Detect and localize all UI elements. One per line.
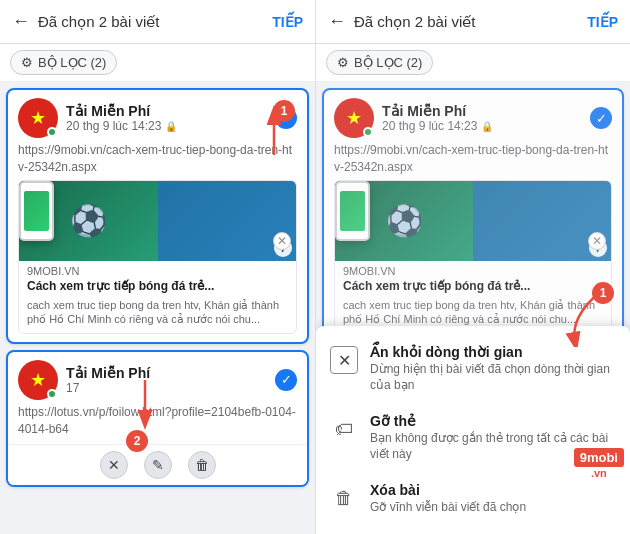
post-action-edit[interactable]: ✎: [144, 451, 172, 479]
filter-label: BỘ LỌC (2): [38, 55, 106, 70]
dropdown-item-hide-icon: ✕: [330, 346, 358, 374]
post-action-close[interactable]: ✕: [100, 451, 128, 479]
post-url-2: https://lotus.vn/p/foilow.html?profile=2…: [8, 404, 307, 442]
post-author-1: Tải Miễn Phí: [66, 103, 267, 119]
right-filter-icon: ⚙: [337, 55, 349, 70]
preview-domain-1: 9MOBI.VN: [19, 261, 296, 279]
right-check-circle-1[interactable]: ✓: [590, 107, 612, 129]
filter-icon: ⚙: [21, 55, 33, 70]
post-action-delete[interactable]: 🗑: [188, 451, 216, 479]
avatar-wrap-1: [18, 98, 58, 138]
avatar-wrap-2: [18, 360, 58, 400]
post-header-1: Tải Miễn Phí 20 thg 9 lúc 14:23 🔒 ✓: [8, 90, 307, 142]
post-actions-bar: ✕ ✎ 🗑: [8, 444, 307, 485]
phone-graphic: [19, 181, 54, 241]
dropdown-item-delete-desc: Gỡ vĩnh viễn bài viết đã chọn: [370, 500, 616, 516]
post-card-2[interactable]: Tải Miễn Phí 17 ✓ https://lotus.vn/p/foi…: [6, 350, 309, 488]
dropdown-item-hide-title: Ẩn khỏi dòng thời gian: [370, 344, 616, 360]
lock-icon-1: 🔒: [165, 121, 177, 132]
post-meta-2: Tải Miễn Phí 17: [66, 365, 267, 395]
dropdown-item-delete-title: Xóa bài: [370, 482, 616, 498]
online-indicator-2: [47, 389, 57, 399]
right-header: ← Đã chọn 2 bài viết TIẾP: [316, 0, 630, 44]
post-time-2: 17: [66, 381, 267, 395]
dropdown-item-untag-icon: 🏷: [330, 415, 358, 443]
phone-screen: [24, 191, 49, 231]
right-avatar-wrap-1: [334, 98, 374, 138]
preview-image-1: ⚽ i: [19, 181, 296, 261]
post-meta-1: Tải Miễn Phí 20 thg 9 lúc 14:23 🔒: [66, 103, 267, 133]
check-circle-2[interactable]: ✓: [275, 369, 297, 391]
next-button[interactable]: TIẾP: [272, 14, 303, 30]
close-preview-1[interactable]: ✕: [273, 232, 291, 250]
left-panel: ← Đã chọn 2 bài viết TIẾP ⚙ BỘ LỌC (2) T…: [0, 0, 315, 534]
dropdown-item-delete[interactable]: 🗑 Xóa bài Gỡ vĩnh viễn bài viết đã chọn: [316, 472, 630, 526]
dropdown-item-untag-desc: Bạn không được gắn thẻ trong tất cả các …: [370, 431, 616, 462]
right-filter-label: BỘ LỌC (2): [354, 55, 422, 70]
right-filter-button[interactable]: ⚙ BỘ LỌC (2): [326, 50, 433, 75]
right-post-preview-1: ⚽ i 9MOBI.VN Cách xem trực tiếp bóng đá …: [334, 180, 612, 334]
right-page-title: Đã chọn 2 bài viết: [354, 13, 475, 31]
header-left: ← Đã chọn 2 bài viết: [12, 11, 159, 32]
right-post-author-1: Tải Miễn Phí: [382, 103, 582, 119]
right-next-button[interactable]: TIẾP: [587, 14, 618, 30]
dropdown-item-untag-text: Gỡ thẻ Bạn không được gắn thẻ trong tất …: [370, 413, 616, 462]
filter-bar: ⚙ BỘ LỌC (2): [0, 44, 315, 82]
post-url-1: https://9mobi.vn/cach-xem-truc-tiep-bong…: [8, 142, 307, 180]
right-post-header-1: Tải Miễn Phí 20 thg 9 lúc 14:23 🔒 ✓: [324, 90, 622, 142]
right-preview-title-1: Cách xem trực tiếp bóng đá trẻ...: [335, 279, 611, 299]
left-header: ← Đã chọn 2 bài viết TIẾP: [0, 0, 315, 44]
dropdown-item-untag[interactable]: 🏷 Gỡ thẻ Bạn không được gắn thẻ trong tấ…: [316, 403, 630, 472]
post-author-2: Tải Miễn Phí: [66, 365, 267, 381]
dropdown-item-delete-text: Xóa bài Gỡ vĩnh viễn bài viết đã chọn: [370, 482, 616, 516]
post-time-1: 20 thg 9 lúc 14:23 🔒: [66, 119, 267, 133]
dropdown-item-hide-desc: Dừng hiện thị bài viết đã chọn dòng thời…: [370, 362, 616, 393]
right-post-card-1[interactable]: Tải Miễn Phí 20 thg 9 lúc 14:23 🔒 ✓ http…: [322, 88, 624, 344]
right-filter-bar: ⚙ BỘ LỌC (2): [316, 44, 630, 82]
right-phone-graphic: [335, 181, 370, 241]
page-title: Đã chọn 2 bài viết: [38, 13, 159, 31]
right-header-left: ← Đã chọn 2 bài viết: [328, 11, 475, 32]
preview-title-1: Cách xem trực tiếp bóng đá trẻ...: [19, 279, 296, 299]
right-preview-domain-1: 9MOBI.VN: [335, 261, 611, 279]
online-indicator-1: [47, 127, 57, 137]
post-header-2: Tải Miễn Phí 17 ✓: [8, 352, 307, 404]
dropdown-item-untag-title: Gỡ thẻ: [370, 413, 616, 429]
dropdown-item-hide[interactable]: ✕ Ẩn khỏi dòng thời gian Dừng hiện thị b…: [316, 334, 630, 403]
right-back-button[interactable]: ←: [328, 11, 346, 32]
right-lock-icon-1: 🔒: [481, 121, 493, 132]
right-online-indicator-1: [363, 127, 373, 137]
right-post-url-1: https://9mobi.vn/cach-xem-truc-tiep-bong…: [324, 142, 622, 180]
dropdown-item-hide-text: Ẩn khỏi dòng thời gian Dừng hiện thị bài…: [370, 344, 616, 393]
right-preview-image-1: ⚽ i: [335, 181, 611, 261]
posts-list: Tải Miễn Phí 20 thg 9 lúc 14:23 🔒 ✓ http…: [0, 82, 315, 534]
dropdown-menu: ✕ Ẩn khỏi dòng thời gian Dừng hiện thị b…: [316, 326, 630, 534]
filter-button[interactable]: ⚙ BỘ LỌC (2): [10, 50, 117, 75]
right-phone-screen: [340, 191, 365, 231]
post-preview-1: ⚽ i 9MOBI.VN Cách xem trực tiếp bóng đá …: [18, 180, 297, 334]
preview-desc-1: cach xem truc tiep bong da tren htv, Khá…: [19, 298, 296, 333]
right-close-preview-1[interactable]: ✕: [588, 232, 606, 250]
right-panel: ← Đã chọn 2 bài viết TIẾP ⚙ BỘ LỌC (2) T…: [315, 0, 630, 534]
back-button[interactable]: ←: [12, 11, 30, 32]
post-card-1[interactable]: Tải Miễn Phí 20 thg 9 lúc 14:23 🔒 ✓ http…: [6, 88, 309, 344]
right-post-meta-1: Tải Miễn Phí 20 thg 9 lúc 14:23 🔒: [382, 103, 582, 133]
right-post-time-1: 20 thg 9 lúc 14:23 🔒: [382, 119, 582, 133]
right-posts-list: Tải Miễn Phí 20 thg 9 lúc 14:23 🔒 ✓ http…: [316, 82, 630, 534]
dropdown-item-delete-icon: 🗑: [330, 484, 358, 512]
check-circle-1[interactable]: ✓: [275, 107, 297, 129]
